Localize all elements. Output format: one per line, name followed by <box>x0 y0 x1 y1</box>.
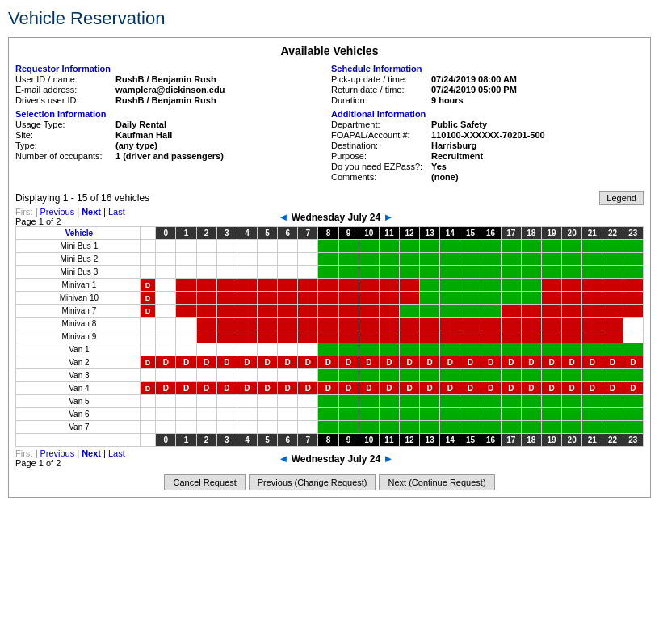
hour-cell[interactable] <box>481 395 501 408</box>
hour-cell[interactable] <box>216 318 237 330</box>
hour-cell[interactable] <box>216 395 237 408</box>
hour-cell[interactable] <box>501 395 521 408</box>
hour-cell[interactable] <box>623 318 643 330</box>
hour-cell[interactable] <box>318 318 338 330</box>
hour-cell[interactable] <box>501 330 521 343</box>
hour-cell[interactable] <box>541 305 561 318</box>
hour-cell[interactable] <box>582 421 602 434</box>
hour-cell[interactable] <box>481 318 501 330</box>
hour-cell[interactable] <box>237 279 257 292</box>
hour-cell[interactable] <box>359 266 379 279</box>
hour-cell[interactable] <box>176 240 196 253</box>
hour-cell[interactable] <box>460 279 481 292</box>
hour-cell[interactable]: D <box>196 356 216 369</box>
hour-cell[interactable]: D <box>278 356 298 369</box>
vehicle-name[interactable]: Minivan 1 <box>16 279 141 292</box>
hour-cell[interactable]: D <box>237 382 257 395</box>
hour-cell[interactable] <box>501 240 521 253</box>
hour-cell[interactable]: D <box>623 356 643 369</box>
hour-cell[interactable] <box>216 330 237 343</box>
hour-cell[interactable] <box>481 408 501 421</box>
hour-cell[interactable] <box>176 253 196 266</box>
hour-cell[interactable] <box>196 266 216 279</box>
hour-cell[interactable] <box>521 279 541 292</box>
hour-cell[interactable] <box>582 395 602 408</box>
hour-cell[interactable] <box>602 305 623 318</box>
hour-cell[interactable] <box>338 330 359 343</box>
hour-cell[interactable] <box>460 330 481 343</box>
hour-cell[interactable]: D <box>420 356 440 369</box>
hour-cell[interactable] <box>602 266 623 279</box>
hour-cell[interactable]: D <box>481 382 501 395</box>
hour-cell[interactable] <box>359 279 379 292</box>
hour-cell[interactable]: D <box>156 382 176 395</box>
hour-cell[interactable] <box>420 408 440 421</box>
hour-cell[interactable] <box>216 253 237 266</box>
hour-cell[interactable] <box>379 318 399 330</box>
hour-cell[interactable] <box>562 240 582 253</box>
hour-cell[interactable] <box>298 240 318 253</box>
hour-cell[interactable] <box>440 266 460 279</box>
hour-cell[interactable]: D <box>501 356 521 369</box>
hour-cell[interactable] <box>420 318 440 330</box>
hour-cell[interactable] <box>237 318 257 330</box>
hour-cell[interactable] <box>257 369 277 382</box>
hour-cell[interactable]: D <box>359 382 379 395</box>
hour-cell[interactable] <box>237 253 257 266</box>
hour-cell[interactable] <box>582 305 602 318</box>
hour-cell[interactable]: D <box>521 382 541 395</box>
hour-cell[interactable] <box>257 318 277 330</box>
hour-cell[interactable] <box>257 330 277 343</box>
previous-button[interactable]: Previous (Change Request) <box>249 474 376 490</box>
hour-cell[interactable] <box>216 408 237 421</box>
hour-cell[interactable] <box>176 292 196 305</box>
hour-cell[interactable] <box>298 330 318 343</box>
hour-cell[interactable] <box>278 305 298 318</box>
hour-cell[interactable] <box>501 292 521 305</box>
hour-cell[interactable] <box>582 330 602 343</box>
hour-cell[interactable] <box>521 266 541 279</box>
hour-cell[interactable] <box>521 318 541 330</box>
hour-cell[interactable] <box>298 408 318 421</box>
hour-cell[interactable] <box>298 305 318 318</box>
cancel-button[interactable]: Cancel Request <box>164 474 245 490</box>
hour-cell[interactable] <box>420 305 440 318</box>
hour-cell[interactable] <box>359 408 379 421</box>
hour-cell[interactable] <box>460 240 481 253</box>
hour-cell[interactable]: D <box>156 356 176 369</box>
top-first-link[interactable]: First <box>15 207 32 217</box>
hour-cell[interactable] <box>278 330 298 343</box>
hour-cell[interactable] <box>338 395 359 408</box>
bottom-last-link[interactable]: Last <box>108 448 125 458</box>
hour-cell[interactable] <box>562 395 582 408</box>
hour-cell[interactable] <box>379 330 399 343</box>
hour-cell[interactable] <box>257 343 277 356</box>
hour-cell[interactable] <box>156 395 176 408</box>
hour-cell[interactable] <box>440 395 460 408</box>
hour-cell[interactable] <box>460 266 481 279</box>
vehicle-name[interactable]: Van 5 <box>16 395 141 408</box>
hour-cell[interactable] <box>602 253 623 266</box>
hour-cell[interactable] <box>176 318 196 330</box>
top-previous-link[interactable]: Previous <box>40 207 74 217</box>
hour-cell[interactable] <box>318 408 338 421</box>
hour-cell[interactable] <box>379 240 399 253</box>
hour-cell[interactable] <box>541 279 561 292</box>
bottom-first-link[interactable]: First <box>15 448 32 458</box>
hour-cell[interactable] <box>278 292 298 305</box>
hour-cell[interactable] <box>237 343 257 356</box>
hour-cell[interactable]: D <box>257 382 277 395</box>
vehicle-name[interactable]: Van 7 <box>16 421 141 434</box>
hour-cell[interactable]: D <box>298 382 318 395</box>
hour-cell[interactable] <box>379 292 399 305</box>
hour-cell[interactable] <box>176 279 196 292</box>
hour-cell[interactable] <box>562 305 582 318</box>
hour-cell[interactable] <box>521 343 541 356</box>
hour-cell[interactable]: D <box>338 382 359 395</box>
hour-cell[interactable] <box>156 343 176 356</box>
hour-cell[interactable] <box>541 369 561 382</box>
hour-cell[interactable] <box>562 279 582 292</box>
hour-cell[interactable] <box>196 253 216 266</box>
hour-cell[interactable] <box>602 395 623 408</box>
hour-cell[interactable] <box>623 343 643 356</box>
